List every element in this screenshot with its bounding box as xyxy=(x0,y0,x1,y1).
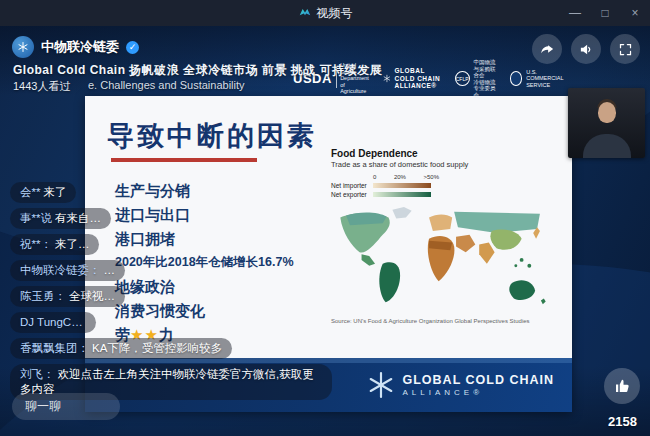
world-map xyxy=(331,204,556,312)
expand-icon xyxy=(618,42,633,57)
scale-label: 20% xyxy=(394,174,406,180)
speaker-webcam xyxy=(568,88,645,158)
verified-badge-icon: ✓ xyxy=(126,41,139,54)
gcca-footer-line1: GLOBAL COLD CHAIN xyxy=(403,373,555,387)
gcca-line2: ALLIANCE® xyxy=(394,82,441,90)
share-icon xyxy=(540,42,555,57)
chat-message: 会**来了 xyxy=(10,182,76,203)
chart-source: Source: UN's Food & Agriculture Organiza… xyxy=(331,318,563,324)
channel-avatar[interactable] xyxy=(12,36,34,58)
uscs-line1: U.S. COMMERCIAL xyxy=(526,69,566,82)
stream-banner-subtitle: e. Challenges and Sustainability xyxy=(88,79,245,91)
chat-message: 陈玉勇：全球视… xyxy=(10,286,125,307)
chat-username: 会** xyxy=(20,186,40,198)
cflp-emblem: CFLP xyxy=(455,71,470,86)
snowflake-icon xyxy=(17,41,29,53)
app-logo: 视频号 xyxy=(298,5,353,22)
viewer-count: 1443人看过 xyxy=(13,79,70,94)
uscs-line2: SERVICE xyxy=(526,82,566,89)
chat-username: 陈玉勇： xyxy=(20,290,66,302)
maximize-button[interactable]: □ xyxy=(590,0,620,26)
app-title: 视频号 xyxy=(317,5,353,22)
share-button[interactable] xyxy=(532,34,562,64)
chat-input[interactable]: 聊一聊 xyxy=(12,393,120,420)
gcca-logo: GLOBAL COLD CHAIN ALLIANCE® xyxy=(383,67,442,90)
chart-subtitle: Trade as a share of domestic food supply xyxy=(331,160,563,169)
legend-label: Net exporter xyxy=(331,191,373,198)
importer-gradient-bar xyxy=(373,183,431,188)
live-stream-area: 中物联冷链委 ✓ Global Cold Chain 扬帆破浪 全球冷链市场 前… xyxy=(0,26,650,436)
like-count: 2158 xyxy=(608,414,637,429)
channels-app-icon xyxy=(298,6,312,20)
gcca-footer-logo: GLOBAL COLD CHAIN ALLIANCE® xyxy=(368,372,555,398)
channel-header[interactable]: 中物联冷链委 ✓ xyxy=(12,36,139,58)
snowflake-icon xyxy=(368,372,394,398)
slide-title: 导致中断的因素 xyxy=(107,118,317,154)
chat-text: 有来自… xyxy=(55,212,101,224)
cflp-line2: 冷链物流专业委员会 xyxy=(474,79,497,99)
cflp-line1: 中国物流与采购联合会 xyxy=(474,59,497,79)
chat-message: 香飘飘集团：KA下降，受管控影响较多 xyxy=(10,338,232,359)
title-underline xyxy=(111,158,257,162)
chat-message: 中物联冷链委：… xyxy=(10,260,125,281)
snowflake-icon xyxy=(383,72,391,85)
chat-username: 中物联冷链委： xyxy=(20,264,101,276)
like-button[interactable] xyxy=(604,368,640,404)
legend-scale: 0 20% >50% xyxy=(373,174,439,180)
chat-text: 欢迎点击左上角关注中物联冷链委官方微信,获取更多内容 xyxy=(20,368,314,395)
titlebar: 视频号 — □ × xyxy=(0,0,650,26)
channel-name: 中物联冷链委 xyxy=(41,38,119,56)
window-controls: — □ × xyxy=(560,0,650,26)
chart-legend: 0 20% >50% Net importer Net exporter xyxy=(331,174,563,198)
speaker-icon xyxy=(579,42,594,57)
minimize-button[interactable]: — xyxy=(560,0,590,26)
speaker-silhouette xyxy=(598,102,616,123)
chat-username: 刘飞： xyxy=(20,368,55,380)
stream-actions xyxy=(532,34,640,64)
legend-label: Net importer xyxy=(331,182,373,189)
cflp-logo: CFLP 中国物流与采购联合会 冷链物流专业委员会 xyxy=(455,59,497,98)
fullscreen-button[interactable] xyxy=(610,34,640,64)
chat-username: DJ TungC… xyxy=(20,316,83,328)
chat-username: 事**说 xyxy=(20,212,52,224)
chat-text: 来了… xyxy=(55,238,90,250)
food-dependence-chart: Food Dependence Trade as a share of dome… xyxy=(331,148,563,324)
uscs-logo: U.S. COMMERCIAL SERVICE xyxy=(510,69,566,89)
chat-text: 来了 xyxy=(43,186,66,198)
legend-row: Net exporter xyxy=(331,191,563,198)
thumbs-up-icon xyxy=(613,377,631,395)
close-button[interactable]: × xyxy=(620,0,650,26)
gcca-footer-line2: ALLIANCE® xyxy=(403,388,555,397)
scale-label: >50% xyxy=(423,174,439,180)
speaker-silhouette xyxy=(583,134,631,158)
chat-text: 全球视… xyxy=(69,290,115,302)
chat-message: 事**说有来自… xyxy=(10,208,111,229)
exporter-gradient-bar xyxy=(373,192,431,197)
chat-text: … xyxy=(104,264,116,276)
legend-row: Net importer xyxy=(331,182,563,189)
chat-username: 香飘飘集团： xyxy=(20,342,89,354)
chat-text: KA下降，受管控影响较多 xyxy=(92,342,222,354)
stream-banner-title: Global Cold Chain 扬帆破浪 全球冷链市场 前景 挑战 可持续发… xyxy=(13,62,382,79)
chart-title: Food Dependence xyxy=(331,148,563,159)
live-chat: 会**来了 事**说有来自… 祝**：来了… 中物联冷链委：… 陈玉勇：全球视…… xyxy=(10,182,332,400)
volume-button[interactable] xyxy=(571,34,601,64)
chat-username: 祝**： xyxy=(20,238,52,250)
uscs-emblem xyxy=(510,71,522,86)
chat-message: 祝**：来了… xyxy=(10,234,99,255)
scale-label: 0 xyxy=(373,174,376,180)
chat-message: DJ TungC… xyxy=(10,312,96,333)
app-window: 视频号 — □ × 中物联冷链委 ✓ Global Cold Chain 扬帆破… xyxy=(0,0,650,436)
gcca-line1: GLOBAL COLD CHAIN xyxy=(394,67,441,82)
